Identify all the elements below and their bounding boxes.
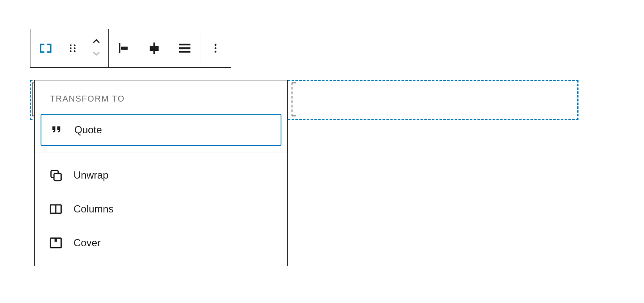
align-full-icon	[177, 41, 192, 56]
block-slot-right	[292, 83, 296, 116]
mover-buttons	[85, 29, 108, 67]
align-middle-button[interactable]	[139, 29, 169, 67]
align-full-button[interactable]	[169, 29, 200, 67]
transform-header: Transform to	[35, 80, 287, 112]
svg-point-4	[70, 50, 71, 52]
row-block-icon	[38, 41, 53, 56]
quote-icon	[49, 122, 64, 138]
move-down-button[interactable]	[91, 50, 101, 58]
menu-item-label: Cover	[74, 237, 101, 249]
svg-rect-21	[55, 238, 57, 242]
menu-divider	[35, 152, 287, 158]
toolbar-group-more	[200, 29, 231, 67]
menu-item-label: Columns	[74, 203, 114, 215]
svg-point-2	[70, 47, 71, 49]
transform-popover: Transform to Quote Unwrap Column	[34, 80, 288, 266]
more-options-button[interactable]	[200, 29, 231, 67]
menu-item-label: Unwrap	[74, 169, 109, 181]
cover-icon	[48, 235, 63, 251]
unwrap-icon	[48, 168, 63, 183]
menu-item-label: Quote	[74, 124, 102, 136]
transform-option-quote[interactable]: Quote	[41, 114, 281, 146]
svg-rect-11	[179, 47, 191, 50]
move-up-button[interactable]	[91, 38, 101, 47]
svg-point-0	[70, 44, 71, 46]
svg-point-5	[74, 50, 76, 52]
svg-point-14	[215, 47, 217, 50]
svg-rect-9	[150, 46, 159, 51]
block-type-button[interactable]	[30, 29, 61, 67]
svg-rect-7	[121, 47, 128, 50]
toolbar-group-align	[109, 29, 200, 67]
columns-icon	[48, 201, 63, 217]
drag-handle-icon	[65, 41, 80, 56]
svg-rect-10	[179, 44, 191, 46]
svg-point-1	[74, 44, 76, 46]
svg-rect-12	[179, 51, 191, 53]
justify-left-button[interactable]	[109, 29, 139, 67]
align-middle-icon	[147, 41, 162, 56]
svg-rect-6	[119, 43, 120, 53]
transform-option-columns[interactable]: Columns	[35, 192, 287, 226]
svg-point-15	[215, 51, 217, 53]
svg-point-13	[215, 44, 217, 46]
svg-rect-17	[54, 174, 61, 181]
block-toolbar	[30, 29, 231, 68]
transform-option-cover[interactable]: Cover	[35, 226, 287, 266]
more-vertical-icon	[208, 41, 223, 56]
drag-handle-button[interactable]	[61, 29, 85, 67]
svg-point-3	[74, 47, 76, 49]
justify-left-icon	[116, 41, 131, 56]
transform-option-unwrap[interactable]: Unwrap	[35, 158, 287, 192]
toolbar-group-block	[30, 29, 109, 67]
